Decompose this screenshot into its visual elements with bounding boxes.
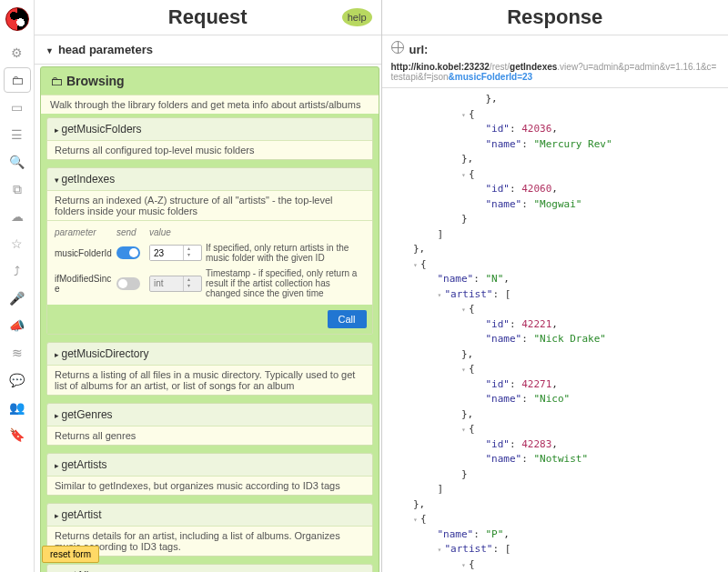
request-title: Request	[168, 5, 248, 29]
send-toggle[interactable]	[116, 277, 140, 290]
spinner-icon[interactable]: ▴▾	[183, 246, 194, 260]
megaphone-icon[interactable]: 📣	[4, 313, 31, 338]
url-label: url:	[410, 43, 429, 56]
group-desc: Walk through the library folders and get…	[41, 95, 379, 114]
call-button[interactable]: Call	[328, 310, 367, 328]
group-title[interactable]: Browsing	[41, 67, 379, 95]
sidebar: ⚙ 🗀 ▭ ☰ 🔍 ⧉ ☁ ☆ ⤴ 🎤 📣 ≋ 💬 👥 🔖	[0, 0, 35, 572]
book-icon[interactable]: ▭	[4, 95, 31, 120]
request-panel: Request help head parameters Browsing Wa…	[35, 0, 382, 572]
users-icon[interactable]: 👥	[4, 395, 31, 420]
response-panel: Response url: http://kino.kobel:23232/re…	[382, 0, 729, 572]
endpoint-header[interactable]: getIndexes	[47, 168, 372, 190]
endpoint-desc: Returns an indexed (A-Z) structure of al…	[47, 190, 372, 220]
endpoint-desc: Similar to getIndexes, but organizes mus…	[47, 476, 372, 495]
param-help: Timestamp - if specified, only return a …	[206, 268, 365, 298]
col-send: send	[116, 227, 146, 237]
cloud-icon[interactable]: ☁	[4, 204, 31, 229]
param-row: ifModifiedSince ▴▾ Timestamp - if specif…	[55, 266, 365, 301]
head-parameters-section[interactable]: head parameters	[35, 35, 381, 65]
media-icon[interactable]: ⧉	[4, 176, 31, 202]
endpoint-header[interactable]: getArtists	[47, 454, 372, 476]
endpoint-desc: Returns all configured top-level music f…	[47, 140, 372, 159]
endpoint-getindexes: getIndexes Returns an indexed (A-Z) stru…	[46, 167, 373, 335]
value-input[interactable]: ▴▾	[149, 276, 202, 292]
list-icon[interactable]: ☰	[4, 122, 31, 147]
reset-form-button[interactable]: reset form	[42, 546, 99, 563]
endpoint-desc: Returns a listing of all files in a musi…	[47, 365, 372, 395]
endpoint-getalbum: getAlbum Returns details for an album, i…	[46, 564, 373, 572]
search-icon[interactable]: 🔍	[4, 149, 31, 175]
endpoint-getmusicdirectory: getMusicDirectory Returns a listing of a…	[46, 342, 373, 396]
param-name: musicFolderId	[55, 248, 113, 258]
param-name: ifModifiedSince	[55, 274, 113, 294]
wifi-icon[interactable]: ≋	[4, 340, 31, 366]
share-icon[interactable]: ⤴	[4, 258, 31, 284]
col-param: parameter	[55, 227, 113, 237]
star-icon[interactable]: ☆	[4, 231, 31, 256]
spinner-icon[interactable]: ▴▾	[183, 276, 194, 291]
endpoint-header[interactable]: getMusicDirectory	[47, 343, 372, 365]
param-row: musicFolderId ▴▾ If specified, only retu…	[55, 240, 365, 266]
param-help: If specified, only return artists in the…	[206, 243, 365, 263]
endpoint-getgenres: getGenres Returns all genres	[46, 403, 373, 446]
endpoint-getartists: getArtists Similar to getIndexes, but or…	[46, 453, 373, 496]
col-value: value	[149, 227, 202, 237]
endpoint-getmusicfolders: getMusicFolders Returns all configured t…	[46, 117, 373, 160]
browsing-group: Browsing Walk through the library folder…	[40, 66, 379, 572]
params-table: parameter send value musicFolderId ▴▾ If…	[47, 220, 372, 305]
endpoint-header[interactable]: getGenres	[47, 404, 372, 426]
globe-icon	[391, 41, 404, 54]
endpoint-header[interactable]: getAlbum	[47, 565, 372, 572]
chat-icon[interactable]: 💬	[4, 367, 31, 393]
endpoint-header[interactable]: getMusicFolders	[47, 118, 372, 140]
response-json: }, ▾{ "id": 42036, "name": "Mercury Rev"…	[382, 88, 729, 572]
response-title: Response	[507, 5, 602, 29]
mic-icon[interactable]: 🎤	[4, 286, 31, 311]
help-button[interactable]: help	[342, 8, 372, 26]
bookmark-icon[interactable]: 🔖	[4, 422, 31, 447]
endpoint-desc: Returns all genres	[47, 426, 372, 445]
url-row: url: http://kino.kobel:23232/rest/getInd…	[382, 35, 729, 88]
url-value: http://kino.kobel:23232/rest/getIndexes.…	[391, 62, 720, 82]
endpoint-header[interactable]: getArtist	[47, 504, 372, 526]
gear-icon[interactable]: ⚙	[4, 40, 31, 65]
folder-icon[interactable]: 🗀	[4, 67, 31, 93]
send-toggle[interactable]	[116, 246, 140, 259]
value-input[interactable]: ▴▾	[149, 245, 202, 261]
app-logo	[5, 7, 29, 31]
